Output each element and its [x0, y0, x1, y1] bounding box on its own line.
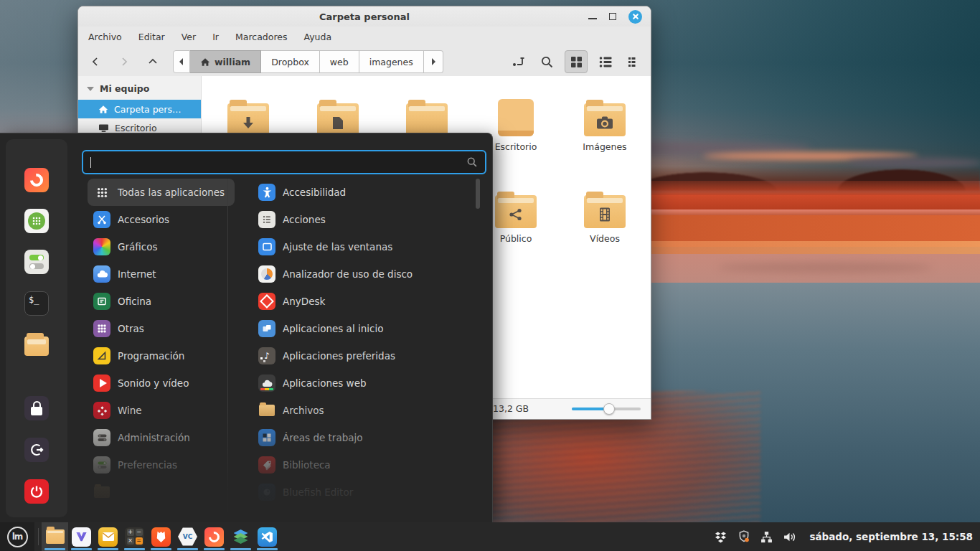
- breadcrumb-dropbox[interactable]: Dropbox: [261, 50, 320, 73]
- lock-screen-icon[interactable]: [24, 396, 49, 420]
- volume-tray-icon[interactable]: [783, 531, 796, 543]
- update-shield-tray-icon[interactable]: [738, 530, 750, 543]
- menu-search-input[interactable]: [91, 157, 466, 168]
- breadcrumb-scroll-left[interactable]: [173, 50, 190, 73]
- window-titlebar[interactable]: Carpeta personal: [78, 6, 651, 27]
- category-accesorios[interactable]: Accesorios: [88, 206, 179, 233]
- app-ajuste-ventanas[interactable]: Ajuste de las ventanas: [253, 233, 402, 260]
- zoom-slider[interactable]: [572, 408, 641, 410]
- mint-menu-button[interactable]: lm: [0, 522, 34, 551]
- maximize-button[interactable]: [609, 13, 616, 20]
- zoom-slider-thumb[interactable]: [603, 403, 615, 415]
- veracrypt-icon: VC: [178, 527, 197, 547]
- files-icon[interactable]: [24, 334, 49, 358]
- category-otras[interactable]: Otras: [88, 315, 154, 342]
- edit-location-button[interactable]: [509, 52, 529, 72]
- shutdown-icon[interactable]: [24, 479, 49, 504]
- menu-ayuda[interactable]: Ayuda: [304, 32, 332, 42]
- breadcrumb-web[interactable]: web: [320, 50, 359, 73]
- software-manager-icon[interactable]: [24, 209, 49, 233]
- grid-view-button[interactable]: [565, 50, 588, 73]
- file-item-videos[interactable]: Vídeos: [565, 184, 644, 244]
- app-aplicaciones-al-inicio[interactable]: Aplicaciones al inicio: [253, 315, 393, 342]
- system-settings-icon[interactable]: [24, 250, 49, 274]
- logout-icon[interactable]: [24, 438, 49, 462]
- taskbar-firefox[interactable]: [201, 522, 227, 551]
- breadcrumb-imagenes[interactable]: imagenes: [359, 50, 424, 73]
- network-tray-icon[interactable]: [760, 531, 773, 543]
- taskbar-mail[interactable]: [95, 522, 121, 551]
- breadcrumb-scroll-right[interactable]: [424, 50, 443, 73]
- anydesk-diamond-icon: [258, 293, 275, 310]
- menu-scrollbar-thumb[interactable]: [476, 179, 480, 209]
- category-sonido-y-video[interactable]: Sonido y vídeo: [88, 369, 199, 397]
- taskbar-veracrypt[interactable]: VC: [174, 522, 201, 551]
- app-archivos[interactable]: Archivos: [253, 397, 334, 424]
- sidebar-section-mi-equipo[interactable]: Mi equipo: [78, 76, 201, 100]
- category-oficina[interactable]: Oficina: [88, 288, 161, 315]
- category-partial[interactable]: [88, 479, 128, 506]
- firefox-icon: [204, 527, 224, 547]
- forward-button[interactable]: [113, 50, 136, 73]
- app-biblioteca[interactable]: Biblioteca: [253, 451, 341, 479]
- app-analizador-disco[interactable]: Analizador de uso de disco: [253, 260, 423, 288]
- app-anydesk[interactable]: AnyDesk: [253, 288, 335, 315]
- terminal-icon[interactable]: $_: [24, 291, 49, 316]
- folder-icon: [258, 402, 275, 419]
- taskbar-brave[interactable]: [148, 522, 174, 551]
- calculator-icon: +− ×=: [125, 527, 144, 547]
- menu-editar[interactable]: Editar: [138, 32, 165, 42]
- up-button[interactable]: [141, 50, 164, 73]
- files-icon: [46, 529, 65, 544]
- search-icon: [466, 156, 478, 168]
- wine-diamonds-icon: [93, 402, 110, 419]
- minimize-button[interactable]: [588, 18, 597, 19]
- taskbar-clock[interactable]: sábado, septiembre 13, 15:58: [809, 531, 973, 542]
- taskbar-separator: [38, 528, 39, 545]
- expander-triangle-icon: [87, 87, 94, 91]
- app-acciones[interactable]: Acciones: [253, 206, 336, 233]
- monitor-icon: [98, 123, 109, 133]
- search-button[interactable]: [537, 52, 557, 72]
- taskbar-vscode[interactable]: [254, 522, 281, 551]
- list-view-button[interactable]: [595, 52, 616, 72]
- folder-document-icon: [317, 103, 359, 136]
- app-areas-de-trabajo[interactable]: Áreas de trabajo: [253, 424, 373, 451]
- toggles-green-icon: [93, 456, 110, 474]
- category-preferencias[interactable]: Preferencias: [88, 451, 187, 479]
- pie-chart-icon: [258, 265, 275, 283]
- menu-ir[interactable]: Ir: [212, 32, 219, 42]
- menu-archivo[interactable]: Archivo: [88, 32, 122, 42]
- menu-ver[interactable]: Ver: [182, 32, 196, 42]
- menu-marcadores[interactable]: Marcadores: [235, 32, 288, 42]
- category-programacion[interactable]: Programación: [88, 342, 194, 369]
- close-button[interactable]: [628, 10, 642, 24]
- app-accesibilidad[interactable]: Accesibilidad: [253, 179, 356, 206]
- compact-view-button[interactable]: [623, 52, 644, 72]
- menu-bar: Archivo Editar Ver Ir Marcadores Ayuda: [78, 27, 651, 47]
- compact-view-icon: [628, 56, 640, 68]
- category-internet[interactable]: Internet: [88, 260, 166, 288]
- category-wine[interactable]: Wine: [88, 397, 152, 424]
- bluefish-icon: [258, 484, 275, 501]
- app-aplicaciones-preferidas[interactable]: ♪ Aplicaciones preferidas: [253, 342, 405, 369]
- category-administracion[interactable]: Administración: [88, 424, 200, 451]
- chevron-left-icon: [90, 56, 101, 67]
- taskbar-layers[interactable]: [227, 522, 254, 551]
- taskbar-files[interactable]: [42, 522, 68, 551]
- app-aplicaciones-web[interactable]: Aplicaciones web: [253, 369, 377, 397]
- back-button[interactable]: [84, 50, 107, 73]
- checklist-icon: [258, 211, 275, 228]
- taskbar-calculator[interactable]: +− ×=: [121, 522, 148, 551]
- app-bluefish-editor[interactable]: Bluefish Editor: [253, 479, 363, 506]
- taskbar-protonvpn[interactable]: [68, 522, 95, 551]
- startup-windows-icon: [258, 320, 275, 337]
- category-graficos[interactable]: Gráficos: [88, 233, 168, 260]
- dropbox-tray-icon[interactable]: [714, 531, 727, 543]
- firefox-icon[interactable]: [24, 168, 49, 192]
- sidebar-item-carpeta-personal[interactable]: Carpeta pers…: [78, 100, 201, 118]
- file-item-imagenes[interactable]: Imágenes: [565, 92, 644, 152]
- category-todas-las-aplicaciones[interactable]: Todas las aplicaciones: [88, 179, 235, 206]
- breadcrumb-william[interactable]: william: [190, 50, 261, 73]
- applications-menu: $_ Todas las aplicaciones Accesorios Grá…: [0, 133, 493, 522]
